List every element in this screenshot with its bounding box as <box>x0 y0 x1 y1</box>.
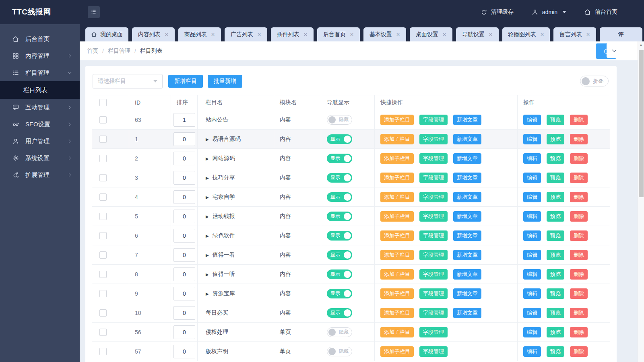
edit-button[interactable]: 编辑 <box>523 308 541 318</box>
sort-input[interactable] <box>173 132 195 146</box>
close-icon[interactable]: ✕ <box>350 32 354 37</box>
preview-button[interactable]: 预览 <box>547 327 564 337</box>
nav-visibility-toggle[interactable]: 隐藏 <box>327 327 352 337</box>
add-child-button[interactable]: 添加子栏目 <box>380 346 414 357</box>
field-manage-button[interactable]: 字段管理 <box>419 192 448 202</box>
tab-4[interactable]: 插件列表✕ <box>271 27 314 41</box>
breadcrumb-item-1[interactable]: 栏目管理 <box>108 47 130 55</box>
expand-arrow-icon[interactable]: ▶ <box>206 234 209 238</box>
field-manage-button[interactable]: 字段管理 <box>419 211 448 222</box>
nav-visibility-toggle[interactable]: 显示 <box>327 289 352 298</box>
sort-input[interactable] <box>173 190 195 204</box>
row-checkbox[interactable] <box>99 290 107 297</box>
delete-button[interactable]: 删除 <box>570 327 588 337</box>
tab-6[interactable]: 基本设置✕ <box>363 27 406 41</box>
sort-input[interactable] <box>173 152 195 165</box>
nav-visibility-toggle[interactable]: 显示 <box>327 173 352 183</box>
add-child-button[interactable]: 添加子栏目 <box>380 192 414 202</box>
expand-arrow-icon[interactable]: ▶ <box>206 137 209 142</box>
row-checkbox[interactable] <box>99 193 107 201</box>
add-article-button[interactable]: 新增文章 <box>453 288 481 299</box>
edit-button[interactable]: 编辑 <box>523 211 541 222</box>
edit-button[interactable]: 编辑 <box>523 327 541 337</box>
expand-arrow-icon[interactable]: ▶ <box>206 253 209 257</box>
edit-button[interactable]: 编辑 <box>523 192 541 202</box>
select-all-checkbox[interactable] <box>99 99 107 106</box>
sidebar-subitem-2-0[interactable]: 栏目列表 <box>0 81 80 99</box>
nav-visibility-toggle[interactable]: 显示 <box>327 134 352 144</box>
vertical-scrollbar[interactable]: ▲ <box>638 41 644 362</box>
field-manage-button[interactable]: 字段管理 <box>419 346 448 357</box>
add-article-button[interactable]: 新增文章 <box>453 230 481 241</box>
nav-visibility-toggle[interactable]: 显示 <box>327 192 352 202</box>
sort-input[interactable] <box>173 113 195 127</box>
delete-button[interactable]: 删除 <box>570 230 588 241</box>
breadcrumb-item-0[interactable]: 首页 <box>87 47 98 55</box>
sort-input[interactable] <box>173 287 195 300</box>
close-icon[interactable]: ✕ <box>211 32 215 37</box>
user-menu[interactable]: admin <box>531 8 566 16</box>
edit-button[interactable]: 编辑 <box>523 288 541 299</box>
batch-add-button[interactable]: 批量新增 <box>208 75 242 88</box>
row-checkbox[interactable] <box>99 213 107 220</box>
close-icon[interactable]: ✕ <box>489 32 493 37</box>
field-manage-button[interactable]: 字段管理 <box>419 134 448 144</box>
preview-button[interactable]: 预览 <box>547 346 564 357</box>
preview-button[interactable]: 预览 <box>547 250 564 260</box>
tab-5[interactable]: 后台首页✕ <box>317 27 360 41</box>
add-child-button[interactable]: 添加子栏目 <box>380 115 414 125</box>
edit-button[interactable]: 编辑 <box>523 153 541 164</box>
preview-button[interactable]: 预览 <box>547 308 564 318</box>
sidebar-item-2[interactable]: 栏目管理 <box>0 64 80 81</box>
nav-visibility-toggle[interactable]: 显示 <box>327 154 352 163</box>
add-article-button[interactable]: 新增文章 <box>453 308 481 318</box>
row-checkbox[interactable] <box>99 309 107 317</box>
preview-button[interactable]: 预览 <box>547 230 564 241</box>
delete-button[interactable]: 删除 <box>570 173 588 183</box>
add-article-button[interactable]: 新增文章 <box>453 269 481 280</box>
preview-button[interactable]: 预览 <box>547 134 564 144</box>
field-manage-button[interactable]: 字段管理 <box>419 288 448 299</box>
close-icon[interactable]: ✕ <box>396 32 400 37</box>
preview-button[interactable]: 预览 <box>547 115 564 125</box>
sidebar-toggle-button[interactable] <box>88 6 100 18</box>
add-child-button[interactable]: 添加子栏目 <box>380 269 414 280</box>
preview-button[interactable]: 预览 <box>547 192 564 202</box>
add-article-button[interactable]: 新增文章 <box>453 115 481 125</box>
add-child-button[interactable]: 添加子栏目 <box>380 134 414 144</box>
delete-button[interactable]: 删除 <box>570 288 588 299</box>
delete-button[interactable]: 删除 <box>570 269 588 280</box>
field-manage-button[interactable]: 字段管理 <box>419 173 448 183</box>
add-article-button[interactable]: 新增文章 <box>453 192 481 202</box>
close-icon[interactable]: ✕ <box>442 32 446 37</box>
edit-button[interactable]: 编辑 <box>523 269 541 280</box>
field-manage-button[interactable]: 字段管理 <box>419 153 448 164</box>
tab-10[interactable]: 留言列表✕ <box>553 27 596 41</box>
expand-arrow-icon[interactable]: ▶ <box>206 195 209 200</box>
add-category-button[interactable]: 新增栏目 <box>168 75 203 88</box>
nav-visibility-toggle[interactable]: 显示 <box>327 308 352 318</box>
breadcrumb-item-2[interactable]: 栏目列表 <box>140 47 163 55</box>
add-article-button[interactable]: 新增文章 <box>453 211 481 222</box>
front-home-link[interactable]: 前台首页 <box>584 8 617 16</box>
preview-button[interactable]: 预览 <box>547 269 564 280</box>
expand-arrow-icon[interactable]: ▶ <box>206 176 209 180</box>
add-child-button[interactable]: 添加子栏目 <box>380 173 414 183</box>
sidebar-item-1[interactable]: 内容管理 <box>0 47 80 64</box>
close-icon[interactable]: ✕ <box>165 32 169 37</box>
expand-arrow-icon[interactable]: ▶ <box>206 156 209 161</box>
tab-1[interactable]: 内容列表✕ <box>132 27 175 41</box>
add-article-button[interactable]: 新增文章 <box>453 173 481 183</box>
row-checkbox[interactable] <box>99 271 107 278</box>
row-checkbox[interactable] <box>99 232 107 239</box>
add-child-button[interactable]: 添加子栏目 <box>380 153 414 164</box>
row-checkbox[interactable] <box>99 116 107 123</box>
delete-button[interactable]: 删除 <box>570 346 588 357</box>
delete-button[interactable]: 删除 <box>570 211 588 222</box>
tab-2[interactable]: 商品列表✕ <box>178 27 221 41</box>
nav-visibility-toggle[interactable]: 显示 <box>327 212 352 221</box>
edit-button[interactable]: 编辑 <box>523 173 541 183</box>
field-manage-button[interactable]: 字段管理 <box>419 250 448 260</box>
sort-input[interactable] <box>173 248 195 262</box>
expand-arrow-icon[interactable]: ▶ <box>206 272 209 277</box>
